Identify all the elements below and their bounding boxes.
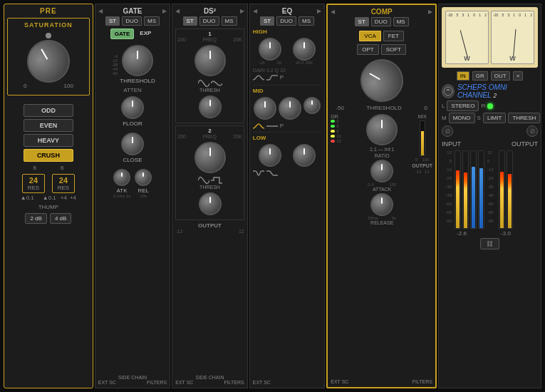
comp-mode-st[interactable]: ST — [355, 17, 369, 26]
comp-mode-duo[interactable]: DUO — [371, 17, 391, 26]
gate-threshold-label: THRESHOLD — [120, 78, 155, 84]
input-fader-left[interactable] — [455, 150, 461, 229]
even-button[interactable]: EVEN — [24, 119, 73, 132]
ds2-extsc-label: EXT SC — [175, 380, 193, 385]
gate-mode-ms[interactable]: MS — [144, 16, 160, 26]
crush-button[interactable]: CRUSH — [24, 149, 73, 162]
comp-type-row2: OPT SOFT — [357, 44, 406, 55]
ds2-mode-ms[interactable]: MS — [222, 16, 237, 26]
gate-rel-label: REL — [137, 187, 149, 194]
eq-low-bell-icon[interactable] — [253, 170, 264, 177]
ds2-mode-st[interactable]: ST — [183, 16, 197, 26]
eq-bell-icon[interactable] — [253, 74, 264, 81]
gate-threshold-knob[interactable] — [122, 45, 153, 76]
comp-attack-knob[interactable] — [370, 160, 393, 182]
comp-arrow-right[interactable]: ▶ — [428, 9, 432, 15]
eq-mid-flat-icon[interactable] — [266, 123, 278, 130]
ds2-mode-duo[interactable]: DUO — [199, 16, 219, 26]
comp-mode-ms[interactable]: MS — [393, 17, 409, 26]
comp-gr-dot3 — [331, 130, 335, 133]
comp-opt-btn[interactable]: OPT — [357, 44, 378, 55]
ds2-freq1-knob[interactable] — [194, 45, 226, 76]
heavy-button[interactable]: HEAVY — [24, 134, 73, 147]
eq-mid-gain-knob[interactable] — [254, 97, 276, 120]
comp-title: COMP — [335, 8, 428, 16]
comp-release-knob[interactable] — [370, 193, 393, 216]
eq-p-label[interactable]: P — [280, 74, 284, 81]
gate-mode-st[interactable]: ST — [105, 16, 120, 26]
eq-mid-q-knob[interactable] — [303, 97, 321, 114]
exp-btn[interactable]: EXP — [136, 29, 155, 39]
link-button[interactable]: ⛓ — [480, 238, 499, 249]
vu-left: -20531012 W — [445, 11, 489, 64]
gate-arrow-right[interactable]: ▶ — [162, 8, 167, 14]
meter-x-btn[interactable]: × — [513, 71, 524, 81]
eq-shelf-icon[interactable] — [266, 74, 278, 81]
gate-sc-row: EXT SC FILTERS — [98, 380, 167, 385]
eq-high-gain-knob[interactable] — [259, 38, 281, 61]
eq-mid-shapes: P — [253, 123, 321, 130]
vu-left-needle — [460, 30, 467, 58]
eq-arrow-right[interactable]: ▶ — [317, 8, 321, 14]
meter-gr-btn[interactable]: GR — [472, 71, 488, 81]
gate-mode-duo[interactable]: DUO — [122, 16, 142, 26]
comp-fet-btn[interactable]: FET — [383, 31, 404, 41]
gate-floor-knob[interactable] — [121, 96, 144, 119]
eq-low-freq-knob[interactable] — [293, 144, 316, 167]
ds2-thresh1-knob[interactable] — [199, 96, 222, 118]
output-fader-right[interactable] — [507, 150, 513, 229]
ds2-freq2-knob[interactable] — [194, 142, 226, 173]
comp-vca-btn[interactable]: VCA — [359, 31, 380, 41]
eq-mode-duo[interactable]: DUO — [276, 16, 296, 26]
ds2-wave-row1 — [177, 79, 242, 88]
comp-gr-dot2 — [331, 125, 335, 128]
stereo-btn[interactable]: STEREO — [447, 100, 479, 111]
comp-ratio-knob[interactable] — [366, 114, 398, 145]
comp-soft-btn[interactable]: SOFT — [381, 44, 406, 55]
comp-mix-fader[interactable] — [420, 120, 425, 156]
ds2-arrow-right[interactable]: ▶ — [240, 8, 244, 14]
odd-button[interactable]: ODD — [24, 104, 73, 117]
eq-mid-p-label[interactable]: P — [280, 123, 284, 130]
input-output-labels: INPUT OUTPUT — [442, 140, 538, 148]
gate-close-knob[interactable] — [121, 133, 144, 155]
phase-btn-1[interactable]: ∅ — [442, 125, 453, 137]
m-label: M — [442, 115, 447, 121]
eq-low-shelf-icon[interactable] — [266, 170, 278, 177]
eq-mid-bell-icon[interactable] — [253, 123, 264, 130]
input-fader-right[interactable] — [462, 150, 469, 229]
thresh-btn[interactable]: THRESH — [508, 113, 540, 123]
phase-btn-2[interactable]: ∅ — [526, 125, 538, 137]
res2-label: RES — [56, 185, 71, 191]
mid-fader-left[interactable] — [470, 150, 477, 229]
comp-header: ◀ COMP ▶ — [331, 8, 432, 16]
mono-section: M MONO S LIMIT THRESH — [442, 113, 538, 123]
ds2-thresh2-knob[interactable] — [199, 192, 222, 215]
2db-button[interactable]: 2 dB — [25, 213, 46, 224]
mono-btn[interactable]: MONO — [449, 113, 475, 123]
gate-bottom-labels: SIDE CHAIN — [98, 375, 167, 380]
gate-rel-knob[interactable] — [135, 169, 152, 186]
eq-mode-st[interactable]: ST — [260, 16, 274, 26]
comp-extsc-label: EXT SC — [331, 379, 348, 384]
4db-button[interactable]: 4 dB — [50, 213, 71, 224]
mid-faders-pair — [470, 150, 484, 229]
comp-threshold-knob[interactable] — [353, 51, 411, 110]
eq-mode-ms[interactable]: MS — [299, 16, 314, 26]
meter-out-btn[interactable]: OUT — [491, 71, 510, 81]
comp-section: ◀ COMP ▶ ST DUO MS VCA FET OPT SOFT — [326, 4, 437, 388]
output-fader-left[interactable] — [499, 150, 505, 229]
meter-in-btn[interactable]: IN — [457, 71, 469, 81]
sections-row: PRE SATURATION 0 100 ODD EVEN HEAVY CRUS… — [4, 4, 541, 388]
eq-mid-freq-knob[interactable] — [279, 97, 301, 120]
gate-floor-label: FLOOR — [123, 120, 142, 127]
gate-atk-knob[interactable] — [113, 169, 130, 186]
mid-fader-right[interactable] — [478, 150, 484, 229]
eq-low-gain-knob[interactable] — [259, 144, 281, 167]
gate-btn[interactable]: GATE — [110, 29, 135, 39]
comp-mix-range: 0 100 — [415, 158, 430, 162]
limit-btn[interactable]: LIMIT — [483, 113, 506, 123]
input-faders-group: -2.6 — [455, 150, 469, 237]
saturation-knob[interactable] — [19, 32, 78, 91]
eq-high-freq-knob[interactable] — [293, 38, 316, 61]
